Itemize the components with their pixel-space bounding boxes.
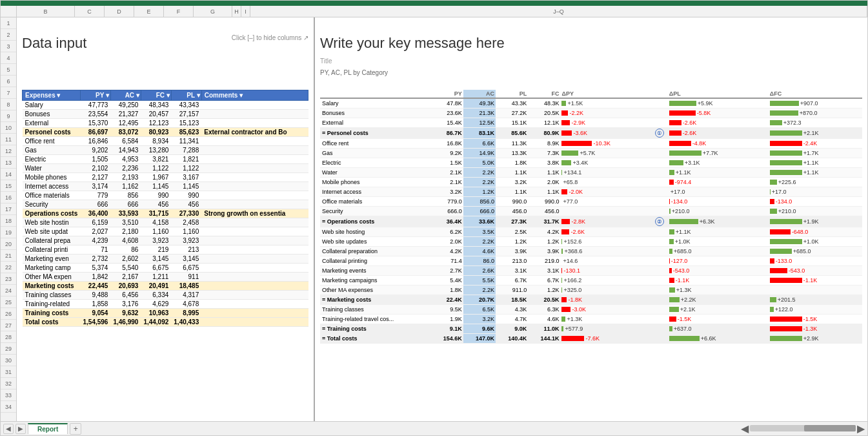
table-cell: Other MA expen: [23, 273, 81, 282]
table-cell: 1,858: [81, 300, 111, 309]
fc-cell: 6.3K: [528, 305, 560, 315]
fc-cell: 1.1K: [528, 168, 560, 178]
chart-row: Collateral preparation4.2K4.6K3.9K3.9K+3…: [320, 247, 862, 256]
table-row: Operations costs36,40033,59331,71527,330…: [23, 209, 308, 218]
table-cell: 20,491: [141, 282, 171, 291]
fc-cell: 8.9K: [528, 139, 560, 149]
tab-nav-right[interactable]: ▶: [15, 424, 26, 434]
table-cell: 2,193: [110, 173, 141, 182]
spacer-cell: [762, 197, 769, 207]
chart-label-cell: Water: [320, 168, 431, 178]
tab-nav-left[interactable]: ◀: [3, 424, 14, 434]
bar-cell: -1.5K: [668, 315, 762, 324]
table-cell: 2,102: [81, 164, 111, 173]
bar-cell: +5.9K: [668, 98, 762, 109]
table-row: Training-related1,8583,1764,6294,678: [23, 300, 308, 309]
table-cell: 3,821: [141, 155, 171, 164]
fc-cell: 456.0: [528, 207, 560, 216]
bar-cell: +637.0: [668, 324, 762, 334]
pl-cell: 43.3K: [496, 98, 528, 109]
table-row: External15,37012,49512,12315,123: [23, 119, 308, 128]
col-ac-header: AC ▾: [110, 90, 141, 101]
spacer-cell: [762, 266, 769, 276]
spacer-cell: [762, 207, 769, 216]
fc-cell: 48.3K: [528, 98, 560, 109]
ac-cell: 6.6K: [463, 139, 496, 149]
add-sheet-button[interactable]: +: [70, 423, 81, 435]
chart-label-cell: = Marketing costs: [320, 295, 431, 305]
annotation-cell: [654, 227, 668, 237]
col-E-header: E: [134, 6, 164, 17]
table-cell: 3,174: [81, 182, 111, 191]
table-cell: 33,593: [110, 209, 141, 218]
table-cell: 10,963: [141, 309, 171, 318]
table-cell: 3,923: [141, 236, 171, 245]
sheet-tab-report[interactable]: Report: [28, 423, 68, 434]
py-cell: 2.1K: [431, 168, 463, 178]
bar-cell: -2.6K: [668, 118, 762, 128]
table-cell: Bonuses: [23, 110, 81, 119]
table-cell: 2,602: [110, 254, 141, 264]
pl-cell: 1.8K: [496, 158, 528, 168]
annotation-cell: [654, 285, 668, 295]
table-row: Collateral printi7186219213: [23, 245, 308, 254]
fc-cell: 4.6K: [528, 315, 560, 324]
table-cell: 1,145: [171, 182, 201, 191]
table-cell: 13,280: [141, 146, 171, 155]
annotation-cell: [654, 168, 668, 178]
right-panel: Write your key message here Title PY, AC…: [315, 17, 867, 422]
chart-row: Mobile phones2.1K2.2K3.2K2.0K+65.8-974.4…: [320, 178, 862, 187]
table-cell: 20,457: [141, 110, 171, 119]
table-cell: 6,584: [110, 137, 141, 146]
bar-cell: -2.0K: [560, 187, 654, 197]
col-py-header: PY ▾: [81, 90, 111, 101]
fc-cell: 1.2K: [528, 237, 560, 247]
table-row: Office rent16,8466,5848,93411,341: [23, 137, 308, 146]
table-cell: [201, 182, 308, 191]
bar-cell: -974.4: [668, 178, 762, 187]
table-cell: 2,236: [110, 164, 141, 173]
ac-cell: 86.0: [463, 256, 496, 266]
table-cell: [201, 101, 308, 110]
bar-cell: +1.3K: [668, 285, 762, 295]
pl-cell: 990.0: [496, 197, 528, 207]
table-cell: 666: [110, 200, 141, 209]
column-header-row: B C D E F G H I J–Q: [17, 6, 867, 17]
chart-label-cell: Mobile phones: [320, 178, 431, 187]
table-cell: 5,374: [81, 264, 111, 273]
horizontal-scrollbar[interactable]: ◀ ▶: [738, 421, 867, 435]
annotation-cell: [654, 334, 668, 344]
bar-cell: +6.6K: [668, 334, 762, 344]
table-cell: 31,715: [141, 209, 171, 218]
bar-cell: +210.0: [769, 207, 862, 216]
table-cell: Office rent: [23, 137, 81, 146]
chart-label-cell: Internet access: [320, 187, 431, 197]
spacer-cell: [762, 118, 769, 128]
table-cell: 4,953: [110, 155, 141, 164]
fc-cell: 80.9K: [528, 128, 560, 139]
pl-cell: 11.3K: [496, 139, 528, 149]
col-G-header: G: [194, 6, 232, 17]
table-cell: 85,623: [171, 128, 201, 137]
ac-cell: 2.2K: [463, 178, 496, 187]
pl-cell: 3.2K: [496, 178, 528, 187]
bar-cell: +210.0: [668, 207, 762, 216]
table-cell: 1,54,596: [81, 318, 111, 327]
bar-cell: -1.1K: [668, 276, 762, 285]
bar-cell: -2.8K: [560, 216, 654, 227]
chart-label-cell: Web site hosting: [320, 227, 431, 237]
bar-cell: -134.0: [668, 197, 762, 207]
table-row: Training costs9,0549,63210,9638,995: [23, 309, 308, 318]
chart-label-cell: Bonuses: [320, 109, 431, 118]
chart-label-cell: Electric: [320, 158, 431, 168]
chart-label-cell: Security: [320, 207, 431, 216]
chart-row: = Operations costs36.4K33.6K27.3K31.7K-2…: [320, 216, 862, 227]
tab-bar: ◀ ▶ Report + ◀ ▶: [1, 421, 867, 435]
py-cell: 2.1K: [431, 178, 463, 187]
chart-row: Training-related travel cos...1.9K3.2K4.…: [320, 315, 862, 324]
table-cell: 11,341: [171, 137, 201, 146]
chart-row: Marketing events2.7K2.6K3.1K3.1K-130.1-5…: [320, 266, 862, 276]
pl-cell: 911.0: [496, 285, 528, 295]
chart-table: PY AC PL FC ΔPY ΔPL ΔFC Salary47.8K49.3K…: [320, 90, 862, 344]
excel-chrome: [1, 1, 867, 6]
